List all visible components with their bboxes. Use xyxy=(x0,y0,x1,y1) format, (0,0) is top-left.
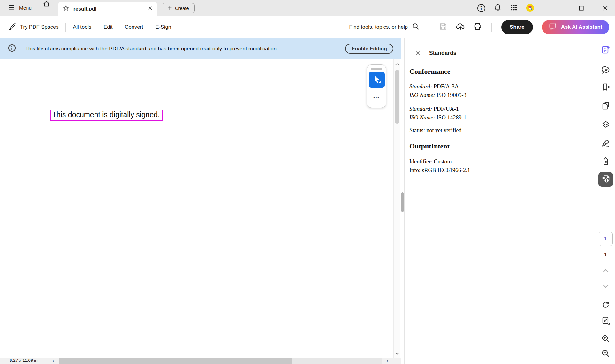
entry-label: ISO Name: xyxy=(409,114,435,121)
maximize-button[interactable] xyxy=(577,4,585,12)
nav-esign[interactable]: E-Sign xyxy=(155,24,171,30)
pages-tool[interactable] xyxy=(599,100,612,113)
fit-page-icon xyxy=(601,316,611,327)
previous-page-button[interactable] xyxy=(599,266,612,276)
entry-label: Standard: xyxy=(409,83,432,90)
help-button[interactable]: ? xyxy=(477,4,485,12)
entry-value: ISO 19005-3 xyxy=(437,92,467,98)
comment-bubble-icon xyxy=(601,65,611,76)
nav-convert[interactable]: Convert xyxy=(125,24,143,30)
document-tab[interactable]: result.pdf xyxy=(58,2,157,16)
entry-value: PDF/A-3A xyxy=(434,83,459,90)
account-avatar[interactable] xyxy=(526,4,534,12)
document-column: This file claims compliance with the PDF… xyxy=(0,38,401,364)
ai-summary-tool[interactable] xyxy=(599,44,612,57)
zoom-out-button[interactable] xyxy=(599,347,612,360)
panel-resize-grip[interactable] xyxy=(401,192,404,212)
entry-value: PDF/UA-1 xyxy=(434,106,459,112)
select-tool-button[interactable] xyxy=(369,72,385,88)
print-icon xyxy=(474,22,482,32)
horizontal-scrollbar[interactable] xyxy=(59,358,382,364)
toolbar-divider xyxy=(65,23,66,32)
star-icon[interactable] xyxy=(63,5,69,13)
share-button[interactable]: Share xyxy=(501,20,533,34)
compliance-banner: This file claims compliance with the PDF… xyxy=(0,38,401,59)
search-label: Find tools, topics, or help xyxy=(349,24,408,30)
tab-title: result.pdf xyxy=(73,6,144,12)
entry-label: ISO Name: xyxy=(409,92,435,98)
page-number-input[interactable] xyxy=(599,232,613,246)
ask-ai-assistant-button[interactable]: Ask AI Assistant xyxy=(542,20,609,34)
info-line: Info: sRGB IEC61966-2.1 xyxy=(409,166,596,175)
try-pdf-spaces-label: Try PDF Spaces xyxy=(20,24,58,30)
bookmark-icon xyxy=(601,82,611,93)
close-panel-icon[interactable] xyxy=(415,51,421,56)
create-button[interactable]: Create xyxy=(162,3,195,13)
toolbar-nav: All tools Edit Convert E-Sign xyxy=(73,24,171,30)
conformance-entry: Standard: PDF/UA-1 ISO Name: ISO 14289-1 xyxy=(409,105,596,122)
tag-icon xyxy=(601,156,611,167)
search-tools-button[interactable]: Find tools, topics, or help xyxy=(349,22,420,32)
help-icon: ? xyxy=(477,4,485,12)
pdf-page[interactable]: This document is digitally signed. ••• xyxy=(0,59,393,358)
try-pdf-spaces-button[interactable]: Try PDF Spaces xyxy=(8,22,58,32)
acrobat-window: Menu result.pdf Create ? xyxy=(0,0,615,364)
standards-file-info-icon xyxy=(601,174,611,185)
print-button[interactable] xyxy=(474,23,482,31)
fit-page-button[interactable] xyxy=(599,315,612,328)
rotate-page-button[interactable] xyxy=(599,299,612,312)
signatures-tool[interactable] xyxy=(599,137,612,150)
more-tools-button[interactable]: ••• xyxy=(367,95,386,100)
close-window-button[interactable] xyxy=(601,4,609,12)
scroll-right-button[interactable]: › xyxy=(383,358,392,364)
apps-grid-button[interactable] xyxy=(510,4,518,12)
upload-cloud-button[interactable] xyxy=(456,23,465,31)
zoom-out-icon xyxy=(601,349,610,359)
main-area: This file claims compliance with the PDF… xyxy=(0,38,615,364)
horizontal-scroll-thumb[interactable] xyxy=(59,358,292,364)
notifications-button[interactable] xyxy=(493,4,502,12)
page-size-label: 8.27 x 11.69 in xyxy=(10,358,38,363)
vertical-scroll-thumb[interactable] xyxy=(395,70,399,124)
ask-ai-label: Ask AI Assistant xyxy=(561,24,602,30)
nav-edit[interactable]: Edit xyxy=(103,24,112,30)
attachments-tool[interactable] xyxy=(599,155,612,168)
zoom-in-button[interactable] xyxy=(599,333,612,345)
minimize-button[interactable] xyxy=(553,4,561,12)
bookmarks-tool[interactable] xyxy=(599,81,612,94)
conformance-heading: Conformance xyxy=(409,67,596,76)
identifier-line: Identifier: Custom xyxy=(409,157,596,166)
ai-document-sparkle-icon xyxy=(601,45,611,56)
rail-divider xyxy=(600,296,611,296)
outputintent-heading: OutputIntent xyxy=(409,142,596,150)
enable-editing-button[interactable]: Enable Editing xyxy=(345,44,393,54)
save-button[interactable] xyxy=(439,23,447,31)
share-label: Share xyxy=(510,24,525,30)
tab-close-icon[interactable] xyxy=(148,6,153,12)
standards-tool-active[interactable] xyxy=(598,172,613,187)
conformance-entry: Standard: PDF/A-3A ISO Name: ISO 19005-3 xyxy=(409,82,596,100)
layers-tool[interactable] xyxy=(599,119,612,132)
vertical-scrollbar[interactable] xyxy=(393,59,400,358)
menu-button[interactable]: Menu xyxy=(8,0,32,16)
scroll-down-button[interactable] xyxy=(394,352,400,355)
standards-panel-header: Standards xyxy=(415,50,596,57)
banner-message: This file claims compliance with the PDF… xyxy=(25,46,278,52)
nav-all-tools[interactable]: All tools xyxy=(73,24,91,30)
scroll-up-button[interactable] xyxy=(394,63,400,66)
toolbar-divider xyxy=(491,23,492,32)
home-button[interactable] xyxy=(42,0,50,8)
quick-tools-widget: ••• xyxy=(367,64,386,108)
comments-tool[interactable] xyxy=(599,64,612,77)
ai-chat-sparkle-icon xyxy=(549,22,558,32)
rail-divider xyxy=(600,61,611,61)
cloud-upload-icon xyxy=(456,22,465,32)
home-icon xyxy=(43,0,50,9)
standards-panel: Standards Conformance Standard: PDF/A-3A… xyxy=(404,38,596,364)
plus-icon xyxy=(167,5,172,11)
drag-handle[interactable] xyxy=(371,68,382,70)
signature-pen-icon xyxy=(601,138,611,149)
scroll-left-button[interactable]: ‹ xyxy=(49,358,58,364)
next-page-button[interactable] xyxy=(599,281,612,291)
titlebar: Menu result.pdf Create ? xyxy=(0,0,615,16)
